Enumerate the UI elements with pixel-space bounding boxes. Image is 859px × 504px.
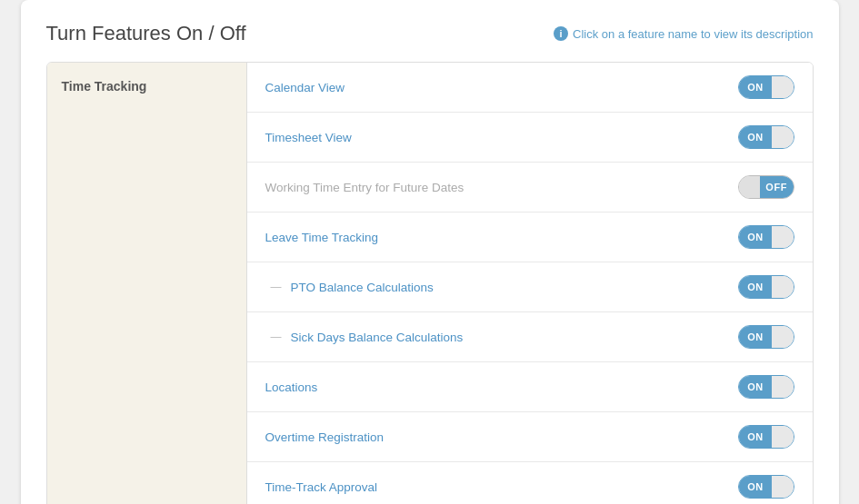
toggle-off-label-locations	[772, 376, 793, 398]
toggle-off-label-time-track-approval	[772, 476, 793, 498]
page-hint-text: Click on a feature name to view its desc…	[573, 27, 813, 41]
feature-label-sick-days-balance[interactable]: Sick Days Balance Calculations	[265, 331, 464, 344]
toggle-off-label-pto-balance	[772, 276, 793, 298]
toggle-on-label-leave-time-tracking: ON	[739, 226, 773, 248]
toggle-off-label-working-time-entry: OFF	[760, 176, 794, 198]
feature-label-working-time-entry[interactable]: Working Time Entry for Future Dates	[265, 181, 464, 194]
toggle-on-label-time-track-approval: ON	[739, 476, 773, 498]
feature-row-calendar-view: Calendar ViewON	[247, 63, 813, 113]
toggle-off-label-leave-time-tracking	[772, 226, 793, 248]
feature-label-calendar-view[interactable]: Calendar View	[265, 81, 345, 94]
toggle-off-label-calendar-view	[772, 76, 793, 98]
feature-row-timesheet-view: Timesheet ViewON	[247, 113, 813, 163]
page-container: Turn Features On / Off i Click on a feat…	[21, 0, 839, 504]
feature-row-sick-days-balance: Sick Days Balance CalculationsON	[247, 312, 813, 362]
features-list: Calendar ViewONTimesheet ViewONWorking T…	[247, 63, 813, 504]
toggle-on-label-overtime-registration: ON	[739, 426, 773, 448]
feature-label-overtime-registration[interactable]: Overtime Registration	[265, 430, 385, 444]
toggle-time-track-approval[interactable]: ON	[738, 475, 794, 499]
feature-label-locations[interactable]: Locations	[265, 380, 318, 394]
toggle-leave-time-tracking[interactable]: ON	[738, 225, 794, 249]
feature-label-timesheet-view[interactable]: Timesheet View	[265, 131, 352, 144]
toggle-off-label-overtime-registration	[772, 426, 793, 448]
toggle-on-label-timesheet-view: ON	[739, 126, 773, 148]
toggle-timesheet-view[interactable]: ON	[738, 125, 794, 149]
toggle-on-label-pto-balance: ON	[739, 276, 773, 298]
feature-row-leave-time-tracking: Leave Time TrackingON	[247, 212, 813, 262]
toggle-off-label-timesheet-view	[772, 126, 793, 148]
toggle-pto-balance[interactable]: ON	[738, 275, 794, 299]
feature-label-leave-time-tracking[interactable]: Leave Time Tracking	[265, 231, 379, 244]
toggle-locations[interactable]: ON	[738, 375, 794, 399]
toggle-off-label-sick-days-balance	[772, 326, 793, 348]
info-icon: i	[554, 26, 568, 41]
toggle-on-label-working-time-entry	[739, 176, 760, 198]
page-hint: i Click on a feature name to view its de…	[554, 26, 813, 41]
sidebar: Time Tracking	[47, 63, 247, 504]
page-title: Turn Features On / Off	[46, 22, 246, 45]
toggle-overtime-registration[interactable]: ON	[738, 425, 794, 449]
toggle-on-label-calendar-view: ON	[739, 76, 773, 98]
toggle-on-label-sick-days-balance: ON	[739, 326, 773, 348]
feature-label-pto-balance[interactable]: PTO Balance Calculations	[265, 281, 434, 294]
feature-row-pto-balance: PTO Balance CalculationsON	[247, 262, 813, 312]
toggle-on-label-locations: ON	[739, 376, 773, 398]
toggle-working-time-entry[interactable]: OFF	[738, 175, 794, 199]
feature-row-locations: LocationsON	[247, 362, 813, 412]
toggle-sick-days-balance[interactable]: ON	[738, 325, 794, 349]
toggle-calendar-view[interactable]: ON	[738, 75, 794, 99]
feature-row-overtime-registration: Overtime RegistrationON	[247, 412, 813, 462]
feature-row-working-time-entry: Working Time Entry for Future DatesOFF	[247, 163, 813, 212]
main-panel: Time Tracking Calendar ViewONTimesheet V…	[46, 62, 814, 504]
sidebar-title: Time Tracking	[62, 79, 232, 94]
page-header: Turn Features On / Off i Click on a feat…	[46, 22, 814, 45]
feature-label-time-track-approval[interactable]: Time-Track Approval	[265, 480, 378, 494]
feature-row-time-track-approval: Time-Track ApprovalON	[247, 462, 813, 504]
